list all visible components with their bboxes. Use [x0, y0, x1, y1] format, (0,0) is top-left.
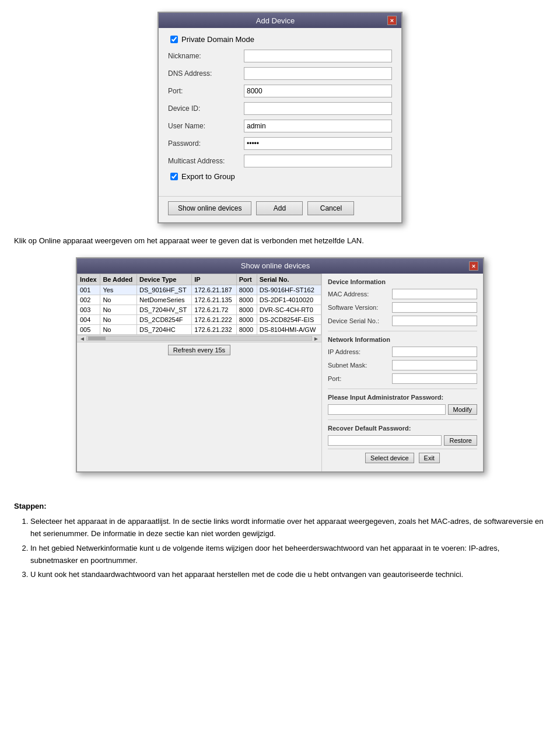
- username-label: User Name:: [168, 122, 244, 130]
- table-cell-be_added: No: [100, 314, 137, 324]
- net-port-input[interactable]: [392, 373, 477, 384]
- export-group-label: Export to Group: [181, 172, 235, 181]
- steps-heading: Stappen:: [14, 502, 47, 510]
- divider3: [328, 419, 477, 420]
- mac-row: MAC Address:: [328, 289, 477, 299]
- username-input[interactable]: [244, 120, 392, 132]
- exit-button[interactable]: Exit: [419, 453, 440, 463]
- add-device-close-button[interactable]: ×: [387, 16, 397, 25]
- show-online-title: Show online devices: [82, 261, 469, 270]
- serial-input[interactable]: [392, 316, 477, 326]
- private-domain-label: Private Domain Mode: [181, 35, 254, 44]
- net-port-row: Port:: [328, 373, 477, 384]
- table-cell-ip: 172.6.21.135: [192, 295, 236, 305]
- nickname-input[interactable]: [244, 50, 392, 62]
- show-online-footer: Select device Exit: [328, 449, 477, 467]
- device-id-row: Device ID:: [168, 102, 392, 115]
- show-online-close-button[interactable]: ×: [469, 261, 478, 271]
- table-row[interactable]: 003NoDS_7204HV_ST172.6.21.728000DVR-SC-4…: [78, 305, 321, 314]
- divider2: [328, 389, 477, 389]
- col-be-added: Be Added: [100, 274, 137, 285]
- admin-password-row: Modify: [328, 404, 477, 415]
- scrollbar-thumb[interactable]: [88, 337, 106, 340]
- dns-input[interactable]: [244, 67, 392, 80]
- table-cell-port: 8000: [236, 324, 257, 334]
- table-cell-be_added: Yes: [100, 285, 137, 295]
- table-cell-port: 8000: [236, 295, 257, 305]
- table-cell-device_type: NetDomeSeries: [136, 295, 191, 305]
- table-row[interactable]: 001YesDS_9016HF_ST172.6.21.1878000DS-901…: [78, 285, 321, 295]
- multicast-row: Multicast Address:: [168, 155, 392, 167]
- show-online-devices-button[interactable]: Show online devices: [168, 201, 251, 215]
- admin-password-input[interactable]: [328, 404, 446, 415]
- software-label: Software Version:: [328, 304, 392, 311]
- recover-row: Restore: [328, 435, 477, 446]
- nickname-label: Nickname:: [168, 52, 244, 60]
- password-input[interactable]: [244, 137, 392, 150]
- ip-input[interactable]: [392, 347, 477, 357]
- steps-list: Selecteer het apparaat in de apparaatlij…: [14, 516, 546, 581]
- left-footer: Refresh every 15s: [77, 342, 321, 358]
- scrollbar[interactable]: ◄ ►: [77, 335, 321, 342]
- add-device-footer: Show online devices Add Cancel: [159, 196, 401, 222]
- net-port-label: Port:: [328, 375, 392, 382]
- dns-row: DNS Address:: [168, 67, 392, 80]
- add-device-body: Private Domain Mode Nickname: DNS Addres…: [159, 28, 401, 194]
- ip-row: IP Address:: [328, 347, 477, 357]
- select-device-button[interactable]: Select device: [365, 453, 414, 463]
- table-cell-device_type: DS_7204HC: [136, 324, 191, 334]
- multicast-label: Multicast Address:: [168, 157, 244, 165]
- table-cell-device_type: DS_9016HF_ST: [136, 285, 191, 295]
- show-online-dialog: Show online devices × Index Be Added Dev…: [76, 257, 484, 473]
- table-cell-port: 8000: [236, 314, 257, 324]
- show-online-dialog-container: Show online devices × Index Be Added Dev…: [12, 257, 548, 487]
- serial-row: Device Serial No.:: [328, 316, 477, 326]
- steps-section: Stappen: Selecteer het apparaat in de ap…: [12, 498, 548, 589]
- two-panel: Index Be Added Device Type IP Port Seria…: [77, 274, 483, 471]
- devices-table: Index Be Added Device Type IP Port Seria…: [77, 274, 321, 335]
- subnet-row: Subnet Mask:: [328, 360, 477, 370]
- username-row: User Name:: [168, 120, 392, 132]
- export-group-row: Export to Group: [168, 172, 392, 181]
- software-input[interactable]: [392, 302, 477, 313]
- restore-button[interactable]: Restore: [444, 435, 477, 446]
- export-group-checkbox[interactable]: [170, 173, 178, 180]
- table-cell-index: 001: [78, 285, 100, 295]
- scroll-left-icon[interactable]: ◄: [78, 335, 86, 342]
- add-device-dialog: Add Device × Private Domain Mode Nicknam…: [158, 12, 402, 223]
- admin-password-label: Please Input Administrator Password:: [328, 394, 477, 401]
- cancel-button[interactable]: Cancel: [307, 201, 354, 215]
- col-serial: Serial No.: [257, 274, 321, 285]
- port-input[interactable]: [244, 85, 392, 97]
- col-ip: IP: [192, 274, 236, 285]
- device-id-label: Device ID:: [168, 104, 244, 113]
- mac-input[interactable]: [392, 289, 477, 299]
- table-cell-port: 8000: [236, 305, 257, 314]
- table-cell-be_added: No: [100, 295, 137, 305]
- add-device-titlebar: Add Device ×: [159, 13, 401, 28]
- table-row[interactable]: 002NoNetDomeSeries172.6.21.1358000DS-2DF…: [78, 295, 321, 305]
- port-label: Port:: [168, 87, 244, 95]
- subnet-input[interactable]: [392, 360, 477, 370]
- multicast-input[interactable]: [244, 155, 392, 167]
- device-id-input[interactable]: [244, 102, 392, 115]
- table-cell-ip: 172.6.21.72: [192, 305, 236, 314]
- recover-input[interactable]: [328, 435, 442, 446]
- device-info-title: Device Information: [328, 278, 477, 285]
- scroll-right-icon[interactable]: ►: [312, 335, 320, 342]
- private-domain-checkbox[interactable]: [170, 36, 178, 43]
- step-2: In het gebied Netwerkinformatie kunt u d…: [30, 543, 546, 567]
- table-row[interactable]: 004NoDS_2CD8254F172.6.21.2228000DS-2CD82…: [78, 314, 321, 324]
- table-cell-device_type: DS_7204HV_ST: [136, 305, 191, 314]
- table-cell-index: 004: [78, 314, 100, 324]
- scrollbar-track[interactable]: [86, 336, 312, 341]
- divider1: [328, 331, 477, 331]
- add-device-dialog-container: Add Device × Private Domain Mode Nicknam…: [12, 12, 548, 223]
- modify-button[interactable]: Modify: [448, 404, 477, 415]
- refresh-button[interactable]: Refresh every 15s: [168, 345, 230, 355]
- table-row[interactable]: 005NoDS_7204HC172.6.21.2328000DS-8104HMI…: [78, 324, 321, 334]
- password-label: Password:: [168, 139, 244, 148]
- add-button[interactable]: Add: [256, 201, 303, 215]
- left-panel: Index Be Added Device Type IP Port Seria…: [77, 274, 322, 471]
- table-cell-index: 005: [78, 324, 100, 334]
